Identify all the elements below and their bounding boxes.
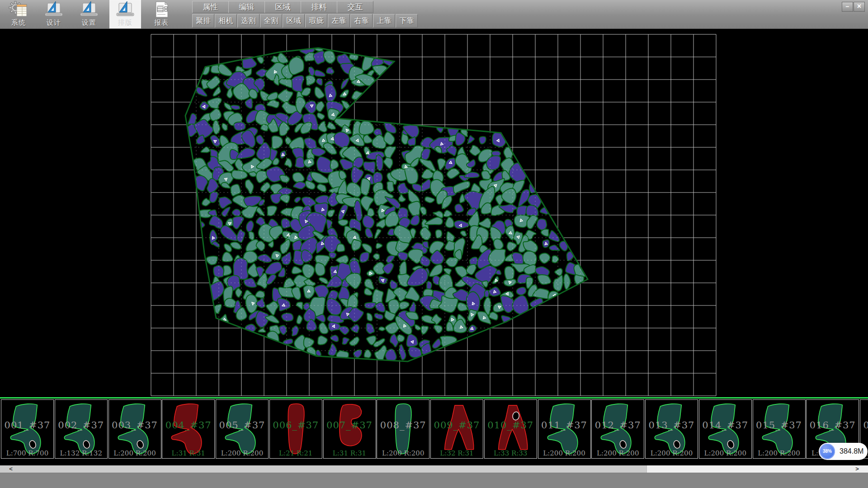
part-name: 013_#37 xyxy=(646,420,698,431)
nesting-canvas[interactable] xyxy=(0,28,868,398)
part-name: 011_#37 xyxy=(538,420,590,431)
tool-button-5[interactable]: 区域 xyxy=(283,14,305,28)
part-name: 012_#37 xyxy=(592,420,644,431)
part-thumbnail-013_#37[interactable]: 013_#37 L:200 R:200 xyxy=(645,399,698,459)
part-info: L:200 R:200 xyxy=(699,449,751,457)
strip-accent-line xyxy=(0,397,868,399)
part-name: 003_#37 xyxy=(109,420,161,431)
mode-button-label: 排版 xyxy=(109,18,141,27)
part-name: 005_#37 xyxy=(216,420,268,431)
mode-button-settings[interactable]: 设置 xyxy=(73,0,105,28)
part-name: 016_#37 xyxy=(807,420,859,431)
mode-button-label: 设置 xyxy=(73,18,105,27)
scroll-right-button[interactable]: > xyxy=(846,465,868,473)
canvas-svg xyxy=(0,28,868,398)
tool-button-10[interactable]: 下靠 xyxy=(396,14,418,28)
part-name: 010_#37 xyxy=(485,420,537,431)
part-thumbnail-003_#37[interactable]: 003_#37 L:200 R:200 xyxy=(108,399,161,459)
tool-button-8[interactable]: 右靠 xyxy=(350,14,373,28)
part-name: 004_#37 xyxy=(162,420,214,431)
tool-button-4[interactable]: 全割 xyxy=(260,14,282,28)
scroll-left-button[interactable]: < xyxy=(0,465,22,473)
mode-button-layout[interactable]: 排版 xyxy=(109,0,141,28)
part-thumbnail-008_#37[interactable]: 008_#37 L:200 R:200 xyxy=(377,399,429,459)
part-thumbnail-009_#37[interactable]: 009_#37 L:32 R:31 xyxy=(430,399,483,459)
part-name: 006_#37 xyxy=(270,420,322,431)
part-info: L:132 R:132 xyxy=(55,449,107,457)
part-thumbnail-002_#37[interactable]: 002_#37 L:132 R:132 xyxy=(55,399,108,459)
menu-tab-5[interactable]: 交互 xyxy=(337,1,373,13)
part-thumbnail-011_#37[interactable]: 011_#37 L:200 R:200 xyxy=(538,399,591,459)
ruler-laptop-icon xyxy=(44,1,64,18)
part-name: 008_#37 xyxy=(377,420,429,431)
scrollbar-thumb[interactable] xyxy=(22,465,647,473)
close-button[interactable]: × xyxy=(854,2,865,12)
part-thumbnail-010_#37[interactable]: 010_#37 L:33 R:33 xyxy=(484,399,537,459)
part-info: L:200 R:200 xyxy=(538,449,590,457)
minimize-button[interactable]: – xyxy=(842,2,853,12)
status-overlay-badge[interactable]: 38% 384.8M xyxy=(819,443,868,460)
part-info: L:33 R:33 xyxy=(485,449,537,457)
mode-button-system[interactable]: 系统 xyxy=(3,0,34,28)
ruler-laptop-icon xyxy=(79,1,99,18)
mode-button-label: 系统 xyxy=(3,18,34,27)
part-thumbnail-012_#37[interactable]: 012_#37 L:200 R:200 xyxy=(591,399,644,459)
menu-tab-1[interactable]: 属性 xyxy=(192,1,229,13)
part-name: 009_#37 xyxy=(431,420,483,431)
ruler-laptop-icon xyxy=(115,1,135,18)
part-info: L:700 R:700 xyxy=(1,449,53,457)
menu-tab-3[interactable]: 区域 xyxy=(264,1,301,13)
part-name: 001_#37 xyxy=(1,420,53,431)
menu-tab-2[interactable]: 编辑 xyxy=(228,1,265,13)
tool-button-3[interactable]: 选割 xyxy=(237,14,259,28)
part-info: L:200 R:200 xyxy=(377,449,429,457)
report-icon xyxy=(151,1,171,18)
bottom-filler-bar xyxy=(0,473,868,488)
part-info: L:200 R:200 xyxy=(216,449,268,457)
part-name: 007_#37 xyxy=(324,420,376,431)
part-thumbnail-001_#37[interactable]: 001_#37 L:700 R:700 xyxy=(1,399,54,459)
progress-circle: 38% xyxy=(820,444,835,459)
part-name: 014_#37 xyxy=(699,420,751,431)
menu-tab-4[interactable]: 排料 xyxy=(301,1,337,13)
gear-sheet-icon xyxy=(9,1,28,18)
part-name: 002_#37 xyxy=(55,420,107,431)
part-thumbnail-004_#37[interactable]: 004_#37 L:31 R:31 xyxy=(162,399,215,459)
tool-button-1[interactable]: 聚排 xyxy=(192,14,214,28)
part-info: L:200 R:200 xyxy=(592,449,644,457)
part-info: L:200 R:200 xyxy=(646,449,698,457)
part-info: L:200 R:200 xyxy=(109,449,161,457)
tool-button-6[interactable]: 瑕疵 xyxy=(305,14,327,28)
mode-button-report[interactable]: 报表 xyxy=(146,0,177,28)
part-thumbnail-014_#37[interactable]: 014_#37 L:200 R:200 xyxy=(699,399,752,459)
mode-button-label: 报表 xyxy=(146,18,177,27)
part-thumbnail-007_#37[interactable]: 007_#37 L:31 R:31 xyxy=(323,399,376,459)
part-info: L:32 R:31 xyxy=(431,449,483,457)
part-name: 015_#37 xyxy=(753,420,805,431)
part-info: L:21 R:21 xyxy=(270,449,322,457)
part-info: L:31 R:31 xyxy=(162,449,214,457)
parts-strip: 001_#37 L:700 R:700 002_#37 L:132 R:132 … xyxy=(0,397,868,465)
main-toolbar: 系统 设计 设置 排版 xyxy=(0,0,868,29)
part-info: L:31 R:31 xyxy=(324,449,376,457)
mode-button-label: 设计 xyxy=(38,18,70,27)
part-info: L:200 R:200 xyxy=(753,449,805,457)
part-thumbnail-005_#37[interactable]: 005_#37 L:200 R:200 xyxy=(216,399,269,459)
horizontal-scrollbar[interactable]: < > xyxy=(0,465,868,473)
tool-button-2[interactable]: 相机 xyxy=(215,14,237,28)
part-thumbnail-006_#37[interactable]: 006_#37 L:21 R:21 xyxy=(269,399,322,459)
tool-button-9[interactable]: 上靠 xyxy=(373,14,395,28)
tool-button-7[interactable]: 左靠 xyxy=(328,14,350,28)
part-name: 017_#37 xyxy=(860,420,868,431)
memory-label: 384.8M xyxy=(840,443,863,460)
mode-button-design[interactable]: 设计 xyxy=(38,0,70,28)
part-thumbnail-015_#37[interactable]: 015_#37 L:200 R:200 xyxy=(753,399,806,459)
